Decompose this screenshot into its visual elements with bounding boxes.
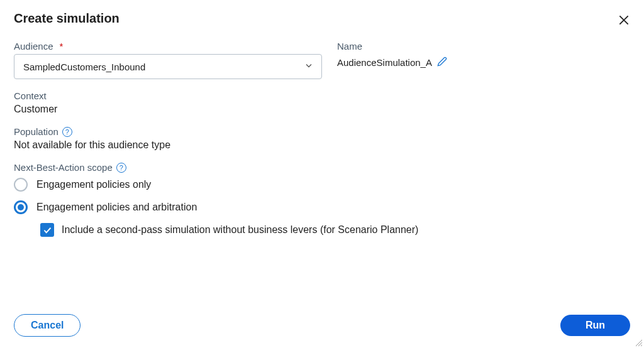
- name-field: Name AudienceSimulation_A: [337, 41, 630, 79]
- dialog-title: Create simulation: [14, 11, 630, 26]
- form-row-audience-name: Audience* SampledCustomers_Inbound Name …: [14, 41, 630, 79]
- svg-line-4: [641, 345, 642, 346]
- run-button[interactable]: Run: [560, 315, 630, 336]
- close-button[interactable]: [615, 11, 633, 29]
- scope-field: Next-Best-Action scope ? Engagement poli…: [14, 162, 630, 237]
- required-indicator: *: [60, 41, 64, 52]
- scope-label-text: Next-Best-Action scope: [14, 162, 113, 173]
- scope-radio-group: Engagement policies only Engagement poli…: [14, 178, 630, 237]
- pencil-icon: [437, 57, 447, 67]
- second-pass-checkbox-row[interactable]: Include a second-pass simulation without…: [40, 223, 630, 237]
- audience-select-value: SampledCustomers_Inbound: [23, 62, 145, 72]
- scope-help-icon[interactable]: ?: [116, 163, 126, 173]
- audience-label-text: Audience: [14, 41, 53, 52]
- chevron-down-icon: [304, 61, 314, 73]
- audience-select[interactable]: SampledCustomers_Inbound: [14, 54, 322, 79]
- population-label: Population ?: [14, 126, 630, 137]
- second-pass-label: Include a second-pass simulation without…: [62, 224, 418, 236]
- name-label: Name: [337, 41, 630, 52]
- audience-field: Audience* SampledCustomers_Inbound: [14, 41, 322, 79]
- scope-label: Next-Best-Action scope ?: [14, 162, 630, 173]
- context-field: Context Customer: [14, 90, 630, 115]
- context-label: Context: [14, 90, 630, 101]
- population-help-icon[interactable]: ?: [62, 127, 72, 137]
- radio-policies-arbitration-label: Engagement policies and arbitration: [36, 202, 197, 213]
- radio-icon: [14, 178, 28, 192]
- name-value: AudienceSimulation_A: [337, 57, 432, 68]
- population-label-text: Population: [14, 126, 58, 137]
- audience-label: Audience*: [14, 41, 322, 52]
- second-pass-checkbox[interactable]: [40, 223, 54, 237]
- radio-policies-only-label: Engagement policies only: [36, 179, 151, 190]
- population-field: Population ? Not available for this audi…: [14, 126, 630, 151]
- dialog-footer: Cancel Run: [14, 314, 630, 337]
- population-value: Not available for this audience type: [14, 139, 630, 151]
- check-icon: [43, 226, 52, 235]
- context-value: Customer: [14, 104, 630, 115]
- close-icon: [618, 14, 630, 26]
- edit-name-button[interactable]: [437, 57, 447, 68]
- radio-policies-arbitration[interactable]: Engagement policies and arbitration: [14, 200, 630, 214]
- create-simulation-dialog: Create simulation Audience* SampledCusto…: [0, 0, 644, 348]
- cancel-button[interactable]: Cancel: [14, 314, 80, 337]
- radio-policies-only[interactable]: Engagement policies only: [14, 178, 630, 192]
- name-value-row: AudienceSimulation_A: [337, 57, 630, 68]
- resize-handle[interactable]: [634, 338, 643, 347]
- radio-icon-selected: [14, 200, 28, 214]
